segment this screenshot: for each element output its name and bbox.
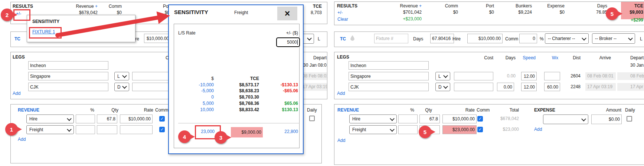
revenue-pct-input[interactable] xyxy=(398,114,418,123)
chevron-down-icon xyxy=(582,36,586,40)
text-caret xyxy=(297,40,298,45)
annotation-balloon-4: 4 xyxy=(178,130,191,143)
revenue-pct-input[interactable] xyxy=(398,125,418,134)
left-revenue-add-link[interactable]: Add xyxy=(18,137,26,142)
left-legs-add-link[interactable]: Add xyxy=(13,91,20,96)
right-tc-panel: TC Fixture # Days 67.80416 Hire $10,000.… xyxy=(334,31,644,47)
leg-cost-input[interactable] xyxy=(454,83,493,91)
sens-d-value[interactable]: 10,000 xyxy=(200,107,214,112)
leg-port-input[interactable]: CJK xyxy=(28,83,108,91)
leg-depart-value: 30 Jan 08:01 xyxy=(303,63,327,68)
col-wx[interactable]: Wx xyxy=(552,55,558,60)
revenue-type-select[interactable]: Hire xyxy=(349,114,397,123)
col-daily: Daily xyxy=(625,107,635,113)
right-results-title: RESULTS xyxy=(337,3,357,9)
revenue-qty-input[interactable] xyxy=(97,125,117,134)
revenue-qty-input[interactable]: 67.8 xyxy=(419,114,440,123)
expense-type-select[interactable] xyxy=(543,114,588,124)
col-cost: Cost xyxy=(484,55,493,60)
dialog-title: SENSITIVITY xyxy=(174,9,208,15)
revenue-type-select[interactable]: Hire xyxy=(26,114,74,123)
table-col-tce: TCE xyxy=(250,76,259,81)
leg-port-input[interactable]: Singapore xyxy=(349,72,429,80)
right-col-expense: Expense xyxy=(547,3,565,9)
right-port-value: $0 xyxy=(489,10,494,15)
revenue-rate-input[interactable]: $10,000.00 xyxy=(120,114,153,123)
tc-comm-input[interactable]: 0 xyxy=(519,34,537,43)
revenue-rate-input[interactable] xyxy=(120,125,153,134)
revenue-comm-checkbox[interactable] xyxy=(477,116,483,122)
revenue-pct-input[interactable] xyxy=(76,125,95,134)
sens-d-value[interactable]: -5,000 xyxy=(201,88,214,93)
leg-port-input[interactable]: Singapore xyxy=(28,72,108,80)
revenue-pct-input[interactable] xyxy=(76,114,95,123)
chevron-down-icon xyxy=(67,116,72,121)
leg-speed-input[interactable]: 12.00 xyxy=(521,83,537,91)
leg-type-select[interactable]: L xyxy=(435,72,450,80)
left-tce-value: 8,703 xyxy=(311,10,322,15)
right-revenue-add-link[interactable]: Add xyxy=(337,138,345,143)
left-col-depart: Depart xyxy=(313,55,327,60)
leg-port-input[interactable]: Incheon xyxy=(349,61,429,70)
right-col-bunkers: Bunkers xyxy=(516,3,532,9)
chevron-down-icon xyxy=(122,84,127,89)
annotation-balloon-5-results: 5 xyxy=(606,7,618,20)
broker-select[interactable]: -- Broker -- xyxy=(592,33,635,44)
revenue-type-select[interactable]: Freight xyxy=(349,125,397,134)
chevron-down-icon xyxy=(443,84,448,89)
revenue-qty-input[interactable]: 67.8 xyxy=(97,114,117,123)
left-col-comm: Comm xyxy=(155,107,168,113)
col-speed[interactable]: Speed xyxy=(523,55,536,60)
revenue-plus-toggle[interactable]: + xyxy=(95,4,98,9)
revenue-rate-input[interactable]: $10,000.00 xyxy=(442,114,477,123)
pct-label: % xyxy=(540,36,544,42)
revenue-rate-input[interactable]: $23,000.00 xyxy=(442,125,477,134)
leg-port-input[interactable]: Incheon xyxy=(28,61,108,70)
leg-arrive-cell: 08 Feb 08:01 xyxy=(585,72,616,80)
sens-delta-value: -$65.06 xyxy=(283,88,298,93)
sens-d-value[interactable]: -10,000 xyxy=(199,82,214,87)
leg-cost-input[interactable] xyxy=(454,72,493,80)
col-qty: Qty xyxy=(425,107,432,113)
right-sensitivity-plusminus-link[interactable]: +/- xyxy=(337,10,343,15)
revenue-type-select[interactable]: Freight xyxy=(26,125,74,134)
leg-wx-input[interactable]: 60.00 xyxy=(544,83,560,91)
close-icon[interactable]: × xyxy=(277,7,297,20)
tc-days-input[interactable]: 67.80416 xyxy=(430,34,454,43)
leg-port-input[interactable]: CJK xyxy=(349,83,429,91)
fixture-number-input[interactable]: Fixture # xyxy=(374,34,408,43)
leg-type-select[interactable]: L xyxy=(114,72,129,80)
sens-d-value[interactable]: 0 xyxy=(211,94,214,100)
sens-d-value[interactable]: 5,000 xyxy=(203,101,214,106)
revenue-comm-checkbox[interactable] xyxy=(159,116,165,122)
expense-daily-checkbox[interactable] xyxy=(309,116,315,121)
annotation-balloon-5-revenue: 5 xyxy=(419,126,431,138)
sens-tce-value: $8,768.36 xyxy=(239,101,259,106)
right-revenue-panel: REVENUE % Qty Rate Comm Total EXPENSE Am… xyxy=(334,104,644,165)
revenue-plus-toggle[interactable]: + xyxy=(419,3,422,9)
left-hire-input[interactable]: $10,000.00 xyxy=(144,34,171,43)
clear-link[interactable]: Clear xyxy=(337,17,348,22)
expense-amount-input[interactable]: $0.00 xyxy=(591,114,622,124)
leg-days-input[interactable]: 0.00 xyxy=(497,83,514,91)
revenue-comm-checkbox[interactable] xyxy=(159,127,165,132)
charterer-select[interactable]: -- Charterer -- xyxy=(545,33,589,44)
custom-rate-cell[interactable]: $9,000.00 xyxy=(231,127,263,137)
expense-add-link[interactable]: Add xyxy=(534,127,542,132)
leg-wx-input[interactable] xyxy=(544,72,560,80)
leg-type-select[interactable]: D xyxy=(114,83,129,91)
leg-speed-input[interactable]: 12.00 xyxy=(521,72,537,80)
right-legs-add-link[interactable]: Add xyxy=(337,91,345,96)
right-revenue-value: $701,042 xyxy=(403,10,422,15)
left-tc-label: TC xyxy=(14,36,20,42)
expense-daily-checkbox[interactable] xyxy=(627,116,632,122)
left-results-title: RESULTS xyxy=(13,4,33,9)
revenue-comm-checkbox[interactable] xyxy=(477,127,483,132)
col-total: Total xyxy=(510,107,519,113)
leg-type-select[interactable]: D xyxy=(435,83,450,91)
tc-hire-input[interactable]: $10,000.00 xyxy=(467,34,503,43)
col-pct: % xyxy=(410,107,414,113)
step-input[interactable]: 5000 xyxy=(276,37,300,47)
left-revenue-value: $678,042 xyxy=(79,10,98,15)
right-col-days: Days xyxy=(597,3,607,9)
